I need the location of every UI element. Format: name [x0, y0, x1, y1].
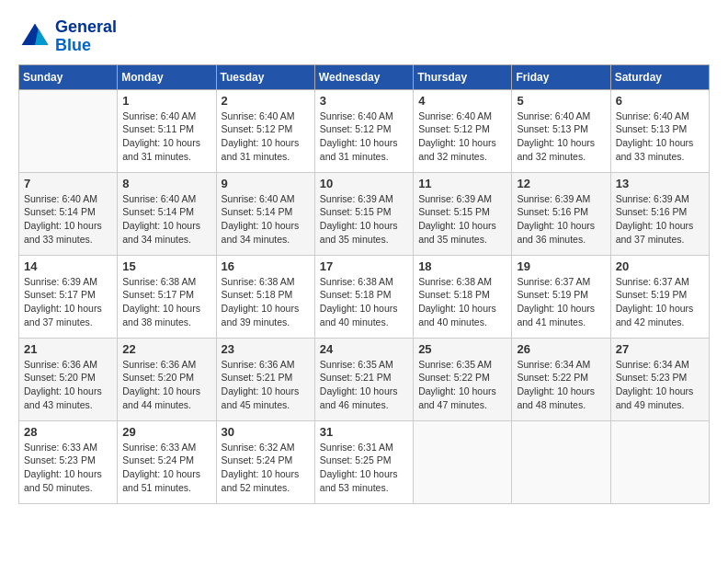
day-number: 1: [122, 94, 210, 108]
day-info: Sunrise: 6:35 AMSunset: 5:22 PMDaylight:…: [418, 358, 506, 412]
day-number: 16: [222, 259, 310, 273]
column-header-friday: Friday: [512, 64, 610, 89]
day-info: Sunrise: 6:40 AMSunset: 5:14 PMDaylight:…: [24, 192, 112, 247]
calendar-cell: 26Sunrise: 6:34 AMSunset: 5:22 PMDayligh…: [512, 338, 610, 420]
calendar-cell: 1Sunrise: 6:40 AMSunset: 5:11 PMDaylight…: [118, 89, 216, 172]
calendar-cell: 31Sunrise: 6:31 AMSunset: 5:25 PMDayligh…: [314, 420, 413, 503]
day-number: 18: [418, 259, 506, 273]
day-info: Sunrise: 6:33 AMSunset: 5:24 PMDaylight:…: [122, 441, 210, 495]
day-info: Sunrise: 6:40 AMSunset: 5:11 PMDaylight:…: [122, 109, 210, 164]
day-info: Sunrise: 6:35 AMSunset: 5:21 PMDaylight:…: [320, 358, 408, 412]
calendar-cell: 2Sunrise: 6:40 AMSunset: 5:12 PMDaylight…: [216, 89, 314, 172]
day-info: Sunrise: 6:38 AMSunset: 5:18 PMDaylight:…: [320, 275, 408, 329]
calendar-cell: 10Sunrise: 6:39 AMSunset: 5:15 PMDayligh…: [314, 172, 413, 255]
day-number: 30: [222, 425, 310, 439]
day-number: 9: [222, 177, 310, 190]
calendar-cell: 14Sunrise: 6:39 AMSunset: 5:17 PMDayligh…: [19, 255, 118, 338]
calendar-cell: 11Sunrise: 6:39 AMSunset: 5:15 PMDayligh…: [414, 172, 512, 255]
day-number: 2: [222, 94, 310, 108]
day-number: 29: [122, 425, 210, 439]
week-row-2: 7Sunrise: 6:40 AMSunset: 5:14 PMDaylight…: [19, 172, 710, 255]
day-number: 8: [122, 177, 210, 190]
day-number: 27: [616, 342, 704, 356]
day-number: 20: [616, 259, 704, 273]
day-number: 15: [122, 259, 210, 273]
calendar-cell: 15Sunrise: 6:38 AMSunset: 5:17 PMDayligh…: [118, 255, 216, 338]
day-number: 31: [320, 425, 408, 439]
calendar-cell: [414, 420, 512, 503]
calendar-cell: 27Sunrise: 6:34 AMSunset: 5:23 PMDayligh…: [610, 338, 709, 420]
week-row-1: 1Sunrise: 6:40 AMSunset: 5:11 PMDaylight…: [19, 89, 710, 172]
calendar-cell: 22Sunrise: 6:36 AMSunset: 5:20 PMDayligh…: [118, 338, 216, 420]
day-info: Sunrise: 6:36 AMSunset: 5:21 PMDaylight:…: [222, 358, 310, 412]
calendar-cell: 7Sunrise: 6:40 AMSunset: 5:14 PMDaylight…: [19, 172, 118, 255]
logo: General Blue: [18, 18, 117, 55]
day-info: Sunrise: 6:36 AMSunset: 5:20 PMDaylight:…: [24, 358, 112, 412]
day-info: Sunrise: 6:34 AMSunset: 5:22 PMDaylight:…: [517, 358, 605, 412]
day-info: Sunrise: 6:38 AMSunset: 5:18 PMDaylight:…: [418, 275, 506, 329]
logo-text: General Blue: [55, 18, 117, 55]
day-info: Sunrise: 6:37 AMSunset: 5:19 PMDaylight:…: [517, 275, 605, 329]
day-number: 17: [320, 259, 408, 273]
calendar-cell: 29Sunrise: 6:33 AMSunset: 5:24 PMDayligh…: [118, 420, 216, 503]
day-info: Sunrise: 6:34 AMSunset: 5:23 PMDaylight:…: [616, 358, 704, 412]
day-info: Sunrise: 6:38 AMSunset: 5:18 PMDaylight:…: [222, 275, 310, 329]
week-row-3: 14Sunrise: 6:39 AMSunset: 5:17 PMDayligh…: [19, 255, 710, 338]
calendar-cell: 13Sunrise: 6:39 AMSunset: 5:16 PMDayligh…: [610, 172, 709, 255]
day-info: Sunrise: 6:40 AMSunset: 5:13 PMDaylight:…: [517, 109, 605, 164]
calendar-cell: 12Sunrise: 6:39 AMSunset: 5:16 PMDayligh…: [512, 172, 610, 255]
day-number: 10: [320, 177, 408, 190]
day-number: 11: [418, 177, 506, 190]
day-info: Sunrise: 6:32 AMSunset: 5:24 PMDaylight:…: [222, 441, 310, 495]
day-number: 12: [517, 177, 605, 190]
calendar-cell: 4Sunrise: 6:40 AMSunset: 5:12 PMDaylight…: [414, 89, 512, 172]
calendar-cell: 24Sunrise: 6:35 AMSunset: 5:21 PMDayligh…: [314, 338, 413, 420]
day-number: 28: [24, 425, 112, 439]
day-number: 3: [320, 94, 408, 108]
day-info: Sunrise: 6:39 AMSunset: 5:16 PMDaylight:…: [517, 192, 605, 247]
calendar-cell: 16Sunrise: 6:38 AMSunset: 5:18 PMDayligh…: [216, 255, 314, 338]
day-number: 5: [517, 94, 605, 108]
day-info: Sunrise: 6:33 AMSunset: 5:23 PMDaylight:…: [24, 441, 112, 495]
day-info: Sunrise: 6:31 AMSunset: 5:25 PMDaylight:…: [320, 441, 408, 495]
week-row-5: 28Sunrise: 6:33 AMSunset: 5:23 PMDayligh…: [19, 420, 710, 503]
day-info: Sunrise: 6:37 AMSunset: 5:19 PMDaylight:…: [616, 275, 704, 329]
day-info: Sunrise: 6:39 AMSunset: 5:17 PMDaylight:…: [24, 275, 112, 329]
column-header-monday: Monday: [118, 64, 216, 89]
day-info: Sunrise: 6:36 AMSunset: 5:20 PMDaylight:…: [122, 358, 210, 412]
day-number: 25: [418, 342, 506, 356]
day-info: Sunrise: 6:38 AMSunset: 5:17 PMDaylight:…: [122, 275, 210, 329]
calendar-cell: 5Sunrise: 6:40 AMSunset: 5:13 PMDaylight…: [512, 89, 610, 172]
column-header-thursday: Thursday: [414, 64, 512, 89]
day-number: 26: [517, 342, 605, 356]
calendar-cell: 6Sunrise: 6:40 AMSunset: 5:13 PMDaylight…: [610, 89, 709, 172]
day-number: 23: [222, 342, 310, 356]
calendar-cell: 9Sunrise: 6:40 AMSunset: 5:14 PMDaylight…: [216, 172, 314, 255]
calendar-cell: 19Sunrise: 6:37 AMSunset: 5:19 PMDayligh…: [512, 255, 610, 338]
calendar-cell: 3Sunrise: 6:40 AMSunset: 5:12 PMDaylight…: [314, 89, 413, 172]
day-number: 7: [24, 177, 112, 190]
calendar-header-row: SundayMondayTuesdayWednesdayThursdayFrid…: [19, 64, 710, 89]
calendar-cell: 20Sunrise: 6:37 AMSunset: 5:19 PMDayligh…: [610, 255, 709, 338]
logo-icon: [18, 20, 51, 53]
calendar-cell: 17Sunrise: 6:38 AMSunset: 5:18 PMDayligh…: [314, 255, 413, 338]
day-info: Sunrise: 6:40 AMSunset: 5:12 PMDaylight:…: [418, 109, 506, 164]
day-info: Sunrise: 6:40 AMSunset: 5:14 PMDaylight:…: [122, 192, 210, 247]
calendar-cell: 18Sunrise: 6:38 AMSunset: 5:18 PMDayligh…: [414, 255, 512, 338]
calendar-cell: 30Sunrise: 6:32 AMSunset: 5:24 PMDayligh…: [216, 420, 314, 503]
day-info: Sunrise: 6:39 AMSunset: 5:15 PMDaylight:…: [418, 192, 506, 247]
day-info: Sunrise: 6:40 AMSunset: 5:14 PMDaylight:…: [222, 192, 310, 247]
column-header-wednesday: Wednesday: [314, 64, 413, 89]
calendar-cell: 25Sunrise: 6:35 AMSunset: 5:22 PMDayligh…: [414, 338, 512, 420]
calendar-cell: 23Sunrise: 6:36 AMSunset: 5:21 PMDayligh…: [216, 338, 314, 420]
day-number: 22: [122, 342, 210, 356]
calendar-cell: 8Sunrise: 6:40 AMSunset: 5:14 PMDaylight…: [118, 172, 216, 255]
day-number: 6: [616, 94, 704, 108]
day-info: Sunrise: 6:40 AMSunset: 5:13 PMDaylight:…: [616, 109, 704, 164]
day-info: Sunrise: 6:39 AMSunset: 5:16 PMDaylight:…: [616, 192, 704, 247]
week-row-4: 21Sunrise: 6:36 AMSunset: 5:20 PMDayligh…: [19, 338, 710, 420]
day-number: 14: [24, 259, 112, 273]
column-header-saturday: Saturday: [610, 64, 709, 89]
calendar-cell: [512, 420, 610, 503]
day-number: 24: [320, 342, 408, 356]
